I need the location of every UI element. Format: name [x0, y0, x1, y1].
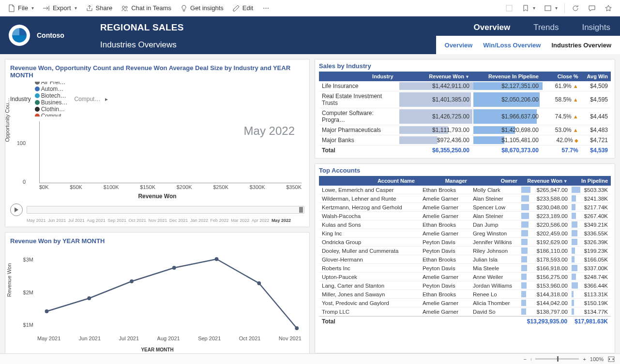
table-row[interactable]: Lang, Carter and Stanton Peyton Davis Jo…	[319, 281, 611, 290]
top-accounts-table: Account Name Manager Owner Revenue Won▼ …	[319, 176, 611, 186]
legend-item[interactable]: Busines…	[35, 99, 68, 106]
time-slider[interactable]	[27, 206, 304, 214]
legend-item[interactable]: Biotech…	[35, 92, 68, 99]
separator	[564, 3, 565, 13]
bookmark-menu[interactable]: ▾	[518, 2, 539, 14]
line-chart-card[interactable]: Revenue Won by YEAR MONTH Revenue Won $3…	[5, 232, 310, 353]
table-row[interactable]: Miller, Jones and Sawayn Ethan Brooks Re…	[319, 290, 611, 299]
sort-desc-icon: ▼	[563, 179, 568, 184]
th-revenue-won[interactable]: Revenue Won▼	[398, 72, 472, 81]
chart1-plot[interactable]: Opportunity Cou… 100 0 May 2022 $0K$50K$…	[10, 121, 304, 192]
table-row[interactable]: Upton-Paucek Amelie Garner Anne Weiler $…	[319, 273, 611, 281]
svg-point-6	[130, 279, 134, 283]
legend-text: Biotech…	[41, 92, 66, 99]
table-row[interactable]: Glover-Hermann Ethan Brooks Julian Isla …	[319, 255, 611, 264]
top-accounts-card[interactable]: Top Accounts Account Name Manager Owner …	[315, 163, 615, 353]
refresh-button[interactable]	[568, 2, 583, 14]
bookmark-icon	[522, 4, 529, 12]
th-rev-won[interactable]: Revenue Won▼	[520, 176, 571, 186]
reset-button[interactable]	[501, 2, 517, 14]
sales-industry-card[interactable]: Sales by Industry Industry Revenue Won▼ …	[315, 59, 615, 159]
zoom-in-button[interactable]: +	[583, 356, 586, 362]
tab-insights[interactable]: Insights	[581, 20, 611, 35]
export-label: Export	[53, 4, 71, 12]
edit-button[interactable]: Edit	[228, 2, 257, 14]
line-chart-svg	[37, 253, 302, 335]
table-row[interactable]: King Inc Amelie Garner Greg Winston $202…	[319, 229, 611, 238]
fit-page-icon[interactable]	[607, 355, 615, 363]
table-row[interactable]: Life Insurance $1,442,911.00 $2,127,351.…	[319, 81, 611, 91]
table-row[interactable]: Major Banks $972,436.00 $1,105,481.00 42…	[319, 135, 611, 146]
subnav-winloss[interactable]: Win/Loss Overview	[483, 42, 541, 49]
table-row[interactable]: Kulas and Sons Ethan Brooks Dan Jump $22…	[319, 220, 611, 229]
chart2-plot[interactable]: Revenue Won $3M $2M $1M May 2021Jun	[10, 251, 304, 348]
legend-item[interactable]: Autom…	[35, 86, 68, 92]
svg-point-0	[122, 6, 125, 8]
zoom-handle[interactable]	[557, 356, 559, 362]
accounts-total-row: Total $13,293,935.00 $17,981.63K	[319, 317, 611, 327]
legend-item[interactable]: Comput…	[35, 113, 68, 116]
sort-desc-icon: ▼	[465, 74, 469, 79]
th-account[interactable]: Account Name	[319, 176, 420, 186]
zoom-out-button[interactable]: −	[523, 356, 526, 362]
comment-button[interactable]	[584, 2, 600, 14]
subnav-overview[interactable]: Overview	[445, 42, 473, 49]
triangle-up-icon: ▲	[573, 114, 578, 119]
slider-handle[interactable]	[299, 207, 303, 213]
legend-more[interactable]: Comput…	[74, 96, 100, 102]
teams-icon	[121, 4, 129, 12]
legend-item[interactable]: Air Frei…	[35, 82, 68, 86]
th-manager[interactable]: Manager	[420, 176, 470, 186]
th-close[interactable]: Close %	[542, 72, 581, 81]
accounts-scroll[interactable]: Lowe, Emmerich and Casper Ethan Brooks M…	[319, 186, 611, 316]
table-row[interactable]: Yost, Predovic and Gaylord Amelie Garner…	[319, 299, 611, 307]
chat-teams-button[interactable]: Chat in Teams	[117, 2, 175, 14]
legend-dot-icon	[35, 114, 40, 116]
table-row[interactable]: Tromp LLC Amelie Garner David So $138,79…	[319, 307, 611, 316]
status-bar: − ı + 100%	[0, 353, 620, 364]
report-content: Revenue Won, Opportunity Count and Reven…	[0, 54, 620, 353]
legend-text: Air Frei…	[41, 82, 66, 86]
scatter-chart-card[interactable]: Revenue Won, Opportunity Count and Reven…	[5, 59, 310, 227]
legend-label: Industry	[10, 96, 31, 102]
insights-button[interactable]: Get insights	[176, 2, 227, 14]
file-menu[interactable]: File ▾	[4, 2, 38, 14]
sub-navigation: Overview Win/Loss Overview Industries Ov…	[436, 36, 620, 54]
table-row[interactable]: Real Estate Investment Trusts $1,401,385…	[319, 91, 611, 108]
play-button[interactable]	[10, 204, 23, 216]
th-owner[interactable]: Owner	[470, 176, 520, 186]
chart2-plotarea[interactable]	[37, 253, 302, 335]
th-avg-win[interactable]: Avg Win	[581, 72, 611, 81]
table-row[interactable]: Wilderman, Lehner and Runte Amelie Garne…	[319, 194, 611, 203]
th-pipeline[interactable]: Revenue In Pipeline	[472, 72, 542, 81]
insights-label: Get insights	[190, 4, 224, 12]
tab-trends[interactable]: Trends	[532, 20, 560, 35]
th-in-pipeline[interactable]: In Pipeline	[571, 176, 611, 186]
table-row[interactable]: Walsh-Pacocha Amelie Garner Alan Steiner…	[319, 212, 611, 220]
refresh-icon	[572, 4, 579, 12]
chevron-right-icon[interactable]: ▸	[105, 96, 108, 102]
tab-overview[interactable]: Overview	[473, 20, 512, 35]
table-row[interactable]: Dooley, Muller and Cummerata Peyton Davi…	[319, 247, 611, 255]
subnav-industries[interactable]: Industries Overview	[551, 42, 611, 49]
view-menu[interactable]: ▾	[540, 2, 561, 14]
chart1-plotarea[interactable]: May 2022	[39, 121, 302, 183]
export-menu[interactable]: Export ▾	[39, 2, 81, 14]
table-row[interactable]: Ondricka Group Peyton Davis Jennifer Wil…	[319, 238, 611, 247]
more-button[interactable]: ⋯	[258, 2, 273, 14]
table-row[interactable]: Lowe, Emmerich and Casper Ethan Brooks M…	[319, 186, 611, 194]
report-title: REGIONAL SALES	[100, 22, 184, 33]
zoom-slider[interactable]	[535, 358, 579, 360]
report-banner: Contoso REGIONAL SALES Overview Trends I…	[0, 16, 620, 54]
table-row[interactable]: Major Pharmaceuticals $1,111,793.00 $1,4…	[319, 125, 611, 135]
th-industry[interactable]: Industry	[319, 72, 398, 81]
table-row[interactable]: Kertzmann, Herzog and Gerhold Amelie Gar…	[319, 203, 611, 212]
table-row[interactable]: Computer Software: Progra… $1,426,725.00…	[319, 108, 611, 125]
favorite-button[interactable]	[601, 2, 616, 14]
triangle-up-icon: ▲	[573, 83, 578, 89]
share-button[interactable]: Share	[82, 2, 117, 14]
table-row[interactable]: Roberts Inc Peyton Davis Mia Steele $166…	[319, 264, 611, 273]
svg-point-8	[215, 257, 219, 261]
legend-item[interactable]: Clothin…	[35, 106, 68, 113]
chevron-down-icon: ▾	[555, 5, 558, 11]
